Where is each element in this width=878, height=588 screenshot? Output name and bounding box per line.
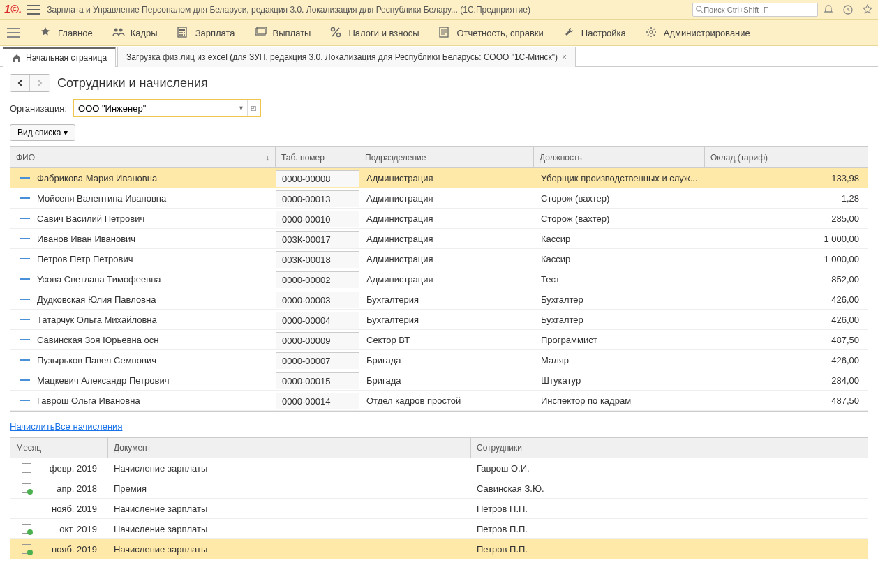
- menu-percent[interactable]: Налоги и взносы: [320, 20, 429, 45]
- cell-tab: 0000-00014: [276, 393, 359, 409]
- search-icon: [696, 6, 704, 14]
- bell-icon[interactable]: [822, 3, 835, 16]
- cell-fio: Савинская Зоя Юрьевна осн: [37, 335, 158, 345]
- table-row[interactable]: апр. 2018ПремияСавинская З.Ю.: [10, 478, 868, 499]
- star-icon[interactable]: [861, 3, 874, 16]
- forward-button[interactable]: [30, 75, 50, 91]
- tab[interactable]: Начальная страница: [3, 47, 116, 67]
- table-row[interactable]: нояб. 2019Начисление зарплатыПетров П.П.: [10, 499, 868, 519]
- cell-emp: Петров П.П.: [471, 521, 868, 537]
- row-icon: [20, 379, 30, 381]
- cell-month: апр. 2018: [37, 483, 103, 494]
- menu-label: Налоги и взносы: [348, 28, 419, 38]
- svg-point-15: [332, 28, 335, 31]
- cell-tab: 0000-00004: [276, 312, 359, 329]
- menu-gear[interactable]: Администрирование: [636, 20, 760, 45]
- org-select[interactable]: ▼ ◰: [73, 99, 261, 117]
- cell-sal: 426,00: [706, 292, 868, 308]
- close-icon[interactable]: ×: [562, 52, 567, 62]
- table-row[interactable]: Мацкевич Александр Петрович0000-00015Бри…: [10, 370, 868, 391]
- org-input[interactable]: [74, 100, 235, 116]
- menu-wrench[interactable]: Настройка: [553, 20, 636, 45]
- dropdown-icon[interactable]: ▼: [235, 100, 247, 116]
- table-row[interactable]: Пузырьков Павел Семнович0000-00007Бригад…: [10, 350, 868, 370]
- wrench-icon: [563, 27, 576, 39]
- tabbar: Начальная страницаЗагрузка физ.лиц из ex…: [0, 46, 878, 67]
- hamburger-icon[interactable]: [27, 5, 40, 15]
- history-icon[interactable]: [842, 3, 854, 16]
- svg-point-12: [184, 34, 185, 36]
- col-month[interactable]: Месяц: [10, 438, 108, 458]
- cell-sal: 133,98: [706, 170, 868, 186]
- table-row[interactable]: Савич Василий Петрович0000-00010Админист…: [10, 209, 868, 229]
- row-icon: [20, 238, 30, 239]
- menu-calc[interactable]: Зарплата: [168, 20, 245, 45]
- col-doc[interactable]: Документ: [108, 438, 471, 458]
- back-button[interactable]: [10, 75, 30, 91]
- open-icon[interactable]: ◰: [247, 100, 260, 116]
- cell-pos: Кассир: [535, 231, 706, 247]
- row-icon: [20, 359, 30, 361]
- col-dept[interactable]: Подразделение: [359, 147, 534, 167]
- col-tab[interactable]: Таб. номер: [276, 147, 359, 167]
- menubar: ГлавноеКадрыЗарплатаВыплатыНалоги и взно…: [0, 20, 878, 46]
- search-box[interactable]: [692, 3, 818, 17]
- cell-tab: 003К-00017: [276, 231, 359, 248]
- menu-label: Главное: [58, 28, 93, 38]
- menu-label: Выплаты: [273, 28, 311, 38]
- cell-tab: 0000-00002: [276, 271, 359, 288]
- menu-people[interactable]: Кадры: [103, 20, 168, 45]
- svg-point-16: [337, 33, 341, 37]
- svg-point-3: [114, 29, 117, 32]
- cell-emp: Петров П.П.: [471, 501, 868, 517]
- svg-point-9: [184, 32, 185, 33]
- money-icon: [255, 27, 267, 39]
- calc-icon: [177, 27, 190, 39]
- table-row[interactable]: Иванов Иван Иванович003К-00017Администра…: [10, 229, 868, 249]
- cell-dept: Бухгалтерия: [361, 292, 535, 308]
- doc-icon: [22, 483, 31, 493]
- view-list-button[interactable]: Вид списка ▾: [10, 124, 75, 141]
- svg-point-0: [697, 6, 701, 11]
- cell-pos: Маляр: [535, 352, 706, 368]
- col-sal[interactable]: Оклад (тариф): [705, 147, 868, 167]
- all-accruals-link[interactable]: Все начисления: [54, 421, 122, 432]
- table-row[interactable]: февр. 2019Начисление зарплатыГаврош О.И.: [10, 458, 868, 478]
- cell-dept: Администрация: [361, 211, 535, 227]
- table-row[interactable]: Фабрикова Мария Ивановна0000-00008Админи…: [10, 168, 868, 188]
- cell-sal: 1,28: [706, 190, 868, 206]
- col-emp[interactable]: Сотрудники: [471, 438, 868, 458]
- row-icon: [20, 218, 30, 219]
- menu-report[interactable]: Отчетность, справки: [429, 20, 553, 45]
- tab-label: Начальная страница: [26, 53, 107, 63]
- table-row[interactable]: Усова Светлана Тимофеевна0000-00002Админ…: [10, 269, 868, 289]
- cell-doc: Начисление зарплаты: [108, 541, 471, 557]
- cell-pos: Сторож (вахтер): [535, 190, 706, 206]
- calculate-link[interactable]: Начислить: [10, 421, 54, 432]
- menu-star[interactable]: Главное: [30, 20, 103, 45]
- tab[interactable]: Загрузка физ.лиц из excel (для ЗУП, реда…: [117, 47, 576, 67]
- svg-point-11: [181, 34, 183, 36]
- search-input[interactable]: [704, 6, 814, 14]
- table-row[interactable]: Дудковская Юлия Павловна0000-00003Бухгал…: [10, 289, 868, 310]
- row-icon: [20, 258, 30, 259]
- accruals-header: Месяц Документ Сотрудники: [10, 437, 868, 458]
- table-row[interactable]: Савинская Зоя Юрьевна осн0000-00009Секто…: [10, 330, 868, 350]
- col-fio[interactable]: ФИО↓: [10, 147, 276, 167]
- menu-hamburger-icon[interactable]: [7, 28, 20, 38]
- cell-doc: Начисление зарплаты: [108, 521, 471, 537]
- cell-pos: Бухгалтер: [535, 292, 706, 308]
- table-row[interactable]: Мойсеня Валентина Ивановна0000-00013Адми…: [10, 188, 868, 209]
- table-row[interactable]: окт. 2019Начисление зарплатыПетров П.П.: [10, 519, 868, 539]
- table-row[interactable]: нояб. 2019Начисление зарплатыПетров П.П.: [10, 539, 868, 559]
- svg-point-8: [181, 32, 183, 33]
- table-row[interactable]: Гаврош Ольга Ивановна0000-00014Отдел кад…: [10, 391, 868, 411]
- titlebar: 1©. Зарплата и Управление Персоналом для…: [0, 0, 878, 20]
- cell-pos: Кассир: [535, 251, 706, 267]
- cell-month: нояб. 2019: [37, 504, 103, 514]
- cell-sal: 285,00: [706, 211, 868, 227]
- col-pos[interactable]: Должность: [534, 147, 705, 167]
- menu-money[interactable]: Выплаты: [245, 20, 321, 45]
- table-row[interactable]: Петров Петр Петрович003К-00018Администра…: [10, 249, 868, 269]
- table-row[interactable]: Татарчук Ольга Михайловна0000-00004Бухга…: [10, 310, 868, 330]
